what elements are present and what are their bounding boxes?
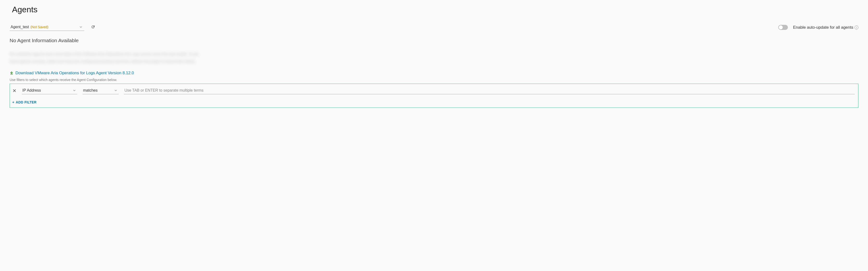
remove-filter-icon[interactable] xyxy=(12,89,17,92)
refresh-icon[interactable] xyxy=(91,25,95,30)
chevron-down-icon xyxy=(114,89,117,92)
agent-config-name: Agent_test xyxy=(10,25,29,29)
no-agent-info-heading: No Agent Information Available xyxy=(10,37,858,44)
filter-operator-select[interactable]: matches xyxy=(83,87,119,94)
plus-icon: + xyxy=(12,100,14,104)
add-filter-button[interactable]: + Add Filter xyxy=(12,100,37,104)
filter-value-input[interactable] xyxy=(124,87,855,94)
filter-hint-text: Use filters to select which agents recei… xyxy=(10,78,858,82)
download-row: Download VMware Aria Operations for Logs… xyxy=(10,71,858,76)
download-agent-link[interactable]: Download VMware Aria Operations for Logs… xyxy=(16,71,134,76)
auto-update-label: Enable auto-update for all agents i xyxy=(793,25,858,30)
blurred-description: No collection agents have sent data to t… xyxy=(10,51,202,65)
filter-panel: IP Address matches + Add Filter xyxy=(10,84,858,108)
info-icon[interactable]: i xyxy=(855,26,858,29)
chevron-down-icon xyxy=(80,26,84,28)
filter-row: IP Address matches xyxy=(12,87,855,94)
toolbar-right: Enable auto-update for all agents i xyxy=(778,25,858,30)
toolbar-left: Agent_test (Not Saved) xyxy=(10,24,95,31)
page-title: Agents xyxy=(12,5,858,14)
svg-rect-0 xyxy=(10,74,13,75)
filter-field-value: IP Address xyxy=(22,88,41,92)
filter-field-select[interactable]: IP Address xyxy=(22,87,77,94)
agent-config-status: (Not Saved) xyxy=(31,25,49,29)
toggle-knob xyxy=(779,25,783,29)
chevron-down-icon xyxy=(73,89,76,92)
agent-config-select[interactable]: Agent_test (Not Saved) xyxy=(10,24,84,31)
auto-update-label-text: Enable auto-update for all agents xyxy=(793,25,853,30)
toolbar-row: Agent_test (Not Saved) Enable auto-updat… xyxy=(10,24,858,31)
auto-update-toggle[interactable] xyxy=(778,25,788,30)
filter-operator-value: matches xyxy=(83,88,97,92)
download-arrow-icon xyxy=(10,71,13,75)
add-filter-label: Add Filter xyxy=(16,100,37,104)
